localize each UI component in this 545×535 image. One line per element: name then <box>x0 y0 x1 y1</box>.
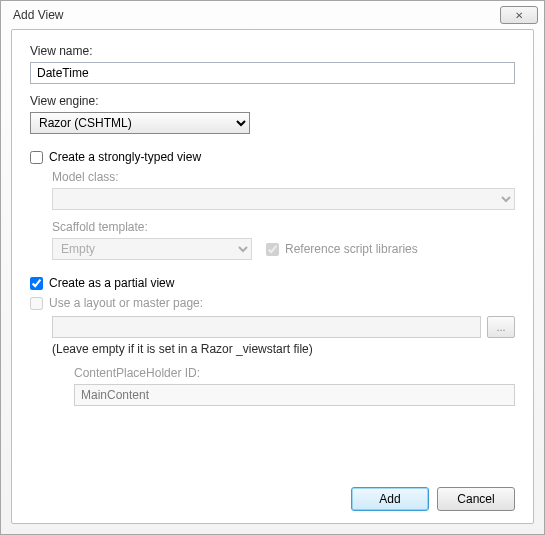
partial-view-label: Create as a partial view <box>49 276 174 290</box>
model-class-select <box>52 188 515 210</box>
window-title: Add View <box>13 8 500 22</box>
layout-path-input <box>52 316 481 338</box>
layout-help-text: (Leave empty if it is set in a Razor _vi… <box>52 342 515 356</box>
partial-view-row: Create as a partial view <box>30 276 515 290</box>
titlebar: Add View ✕ <box>1 1 544 29</box>
view-engine-select[interactable]: Razor (CSHTML) <box>30 112 250 134</box>
model-class-row: Model class: <box>52 170 515 210</box>
view-name-label: View name: <box>30 44 515 58</box>
strongly-typed-group: Model class: Scaffold template: Empty Re… <box>52 170 515 270</box>
layout-check-row: Use a layout or master page: <box>30 296 515 310</box>
layout-group: ... (Leave empty if it is set in a Razor… <box>52 316 515 406</box>
layout-label: Use a layout or master page: <box>49 296 203 310</box>
content-ph-input <box>74 384 515 406</box>
ref-script-checkbox <box>266 243 279 256</box>
ellipsis-icon: ... <box>496 321 505 333</box>
layout-input-row: ... <box>52 316 515 338</box>
model-class-label: Model class: <box>52 170 515 184</box>
layout-checkbox <box>30 297 43 310</box>
ref-script-label: Reference script libraries <box>285 242 418 256</box>
view-name-input[interactable] <box>30 62 515 84</box>
browse-button: ... <box>487 316 515 338</box>
view-engine-row: View engine: Razor (CSHTML) <box>30 94 515 134</box>
content-ph-label: ContentPlaceHolder ID: <box>74 366 515 380</box>
close-icon: ✕ <box>515 10 523 21</box>
button-row: Add Cancel <box>30 477 515 511</box>
strongly-typed-row: Create a strongly-typed view <box>30 150 515 164</box>
add-button[interactable]: Add <box>351 487 429 511</box>
content-area: View name: View engine: Razor (CSHTML) C… <box>1 29 544 534</box>
view-name-row: View name: <box>30 44 515 84</box>
cancel-button[interactable]: Cancel <box>437 487 515 511</box>
strongly-typed-checkbox[interactable] <box>30 151 43 164</box>
ref-script-row: Reference script libraries <box>266 242 418 256</box>
panel: View name: View engine: Razor (CSHTML) C… <box>11 29 534 524</box>
view-engine-label: View engine: <box>30 94 515 108</box>
spacer <box>30 406 515 477</box>
dialog-window: Add View ✕ View name: View engine: Razor… <box>0 0 545 535</box>
scaffold-label: Scaffold template: <box>52 220 515 234</box>
close-button[interactable]: ✕ <box>500 6 538 24</box>
strongly-typed-label: Create a strongly-typed view <box>49 150 201 164</box>
partial-view-checkbox[interactable] <box>30 277 43 290</box>
scaffold-select: Empty <box>52 238 252 260</box>
content-placeholder-group: ContentPlaceHolder ID: <box>74 366 515 406</box>
scaffold-row: Scaffold template: Empty Reference scrip… <box>52 220 515 260</box>
